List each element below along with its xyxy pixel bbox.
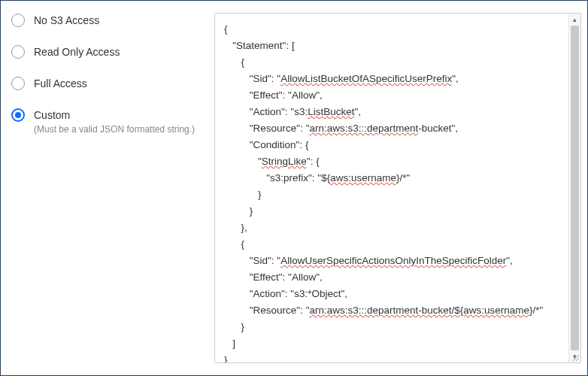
spell-error-span: ListBucket <box>308 106 354 117</box>
code-line: { <box>224 21 562 38</box>
code-line: "Resource": "arn:aws:s3:::department-buc… <box>224 120 562 137</box>
radio-label: Read Only Access <box>34 44 120 59</box>
code-line: "Sid": "AllowListBucketOfASpecificUserPr… <box>224 71 562 87</box>
radio-option-custom[interactable]: Custom (Must be a valid JSON formatted s… <box>11 108 205 135</box>
code-line: } <box>224 203 562 220</box>
spell-error-span: aws:username <box>330 172 396 183</box>
spell-error-span: AllowUserSpecificActionsOnlyInTheSpecifi… <box>280 255 506 266</box>
radio-icon <box>11 14 25 27</box>
code-line: { <box>224 236 562 253</box>
vertical-scrollbar[interactable]: ▴ ▾ <box>568 14 580 362</box>
radio-icon <box>11 45 25 59</box>
code-line: } <box>224 186 562 203</box>
code-line: "Sid": "AllowUserSpecificActionsOnlyInTh… <box>224 253 562 269</box>
radio-option-no-s3-access[interactable]: No S3 Access <box>11 13 205 28</box>
s3-access-config-panel: No S3 Access Read Only Access Full Acces… <box>0 0 588 376</box>
code-line: "Condition": { <box>224 137 562 153</box>
chevron-up-icon: ▴ <box>573 17 577 23</box>
code-line: "Resource": "arn:aws:s3:::department-buc… <box>224 302 562 319</box>
radio-option-read-only-access[interactable]: Read Only Access <box>11 44 205 59</box>
scroll-up-button[interactable]: ▴ <box>569 14 580 26</box>
radio-icon <box>11 77 25 90</box>
code-line: } <box>224 352 562 362</box>
code-line: "StringLike": { <box>224 153 562 170</box>
code-scroll-area[interactable]: { "Statement": [ { "Sid": "AllowListBuck… <box>215 14 568 362</box>
code-line: "Effect": "Allow", <box>224 269 562 286</box>
code-line: }, <box>224 220 562 236</box>
radio-icon-selected <box>11 108 25 122</box>
code-line: "Action": "s3:*Object", <box>224 286 562 302</box>
code-line: } <box>224 319 562 335</box>
code-line: "Statement": [ <box>224 38 562 54</box>
spell-error-span: AllowListBucketOfASpecificUserPrefix <box>280 73 452 84</box>
spell-error-span: arn:aws:s3:::department-bucket/${aws:use… <box>309 305 529 316</box>
radio-hint: (Must be a valid JSON formatted string.) <box>34 124 195 135</box>
code-line: "Effect": "Allow", <box>224 87 562 104</box>
scrollbar-thumb-track[interactable] <box>569 26 580 350</box>
code-line: ] <box>224 335 562 352</box>
chevron-down-icon: ▾ <box>573 353 577 360</box>
radio-label: No S3 Access <box>34 13 99 28</box>
code-line: "s3:prefix": "${aws:username}/*" <box>224 170 562 186</box>
code-content[interactable]: { "Statement": [ { "Sid": "AllowListBuck… <box>224 21 562 362</box>
policy-json-editor[interactable]: { "Statement": [ { "Sid": "AllowListBuck… <box>214 13 581 363</box>
radio-label: Custom <box>34 108 195 123</box>
scrollbar-thumb[interactable] <box>571 26 579 350</box>
radio-label: Full Access <box>34 76 87 91</box>
scroll-down-button[interactable]: ▾ <box>569 350 580 362</box>
spell-error-span: StringLike <box>262 156 307 167</box>
code-line: { <box>224 54 562 71</box>
code-line: "Action": "s3:ListBucket", <box>224 104 562 120</box>
access-options-sidebar: No S3 Access Read Only Access Full Acces… <box>11 13 214 363</box>
spell-error-span: arn:aws:s3:::department <box>309 123 418 134</box>
radio-option-full-access[interactable]: Full Access <box>11 76 205 91</box>
